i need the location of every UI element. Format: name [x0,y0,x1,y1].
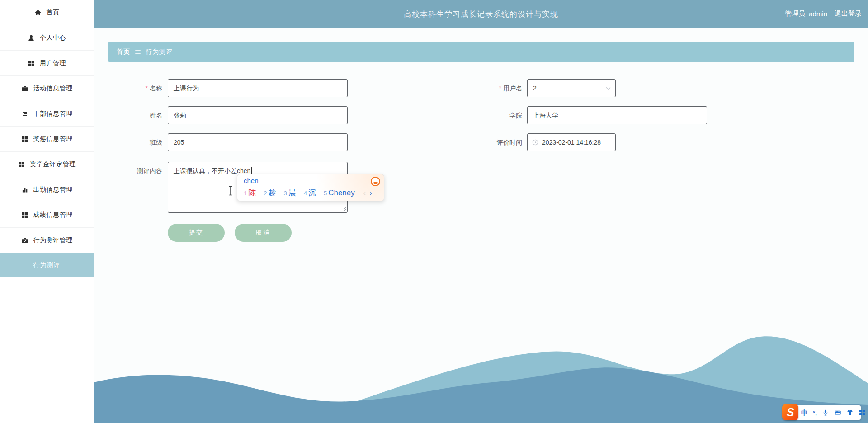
sidebar-item-label: 出勤信息管理 [33,186,73,194]
sidebar-item-label: 奖学金评定管理 [30,160,76,169]
text-caret [251,167,252,174]
next-page-arrow[interactable]: › [370,189,372,197]
sidebar-item-profile[interactable]: 个人中心 [0,25,94,51]
sidebar-item-attendance[interactable]: 出勤信息管理 [0,177,94,202]
eval-time-input[interactable]: 2023-02-01 14:16:28 [527,133,616,151]
sidebar-item-behavior-mgmt[interactable]: 行为测评管理 [0,228,94,253]
required-mark: * [146,85,148,92]
sidebar-item-label: 活动信息管理 [33,85,73,93]
college-label: 学院 [427,106,522,124]
emoji-icon[interactable] [371,177,380,186]
content-label: 测评内容 [94,162,162,180]
list-icon [21,110,28,118]
ime-candidate[interactable]: 4沉 [304,188,316,198]
prev-page-arrow[interactable]: ‹ [363,189,366,197]
sogou-logo-icon[interactable]: S [782,404,798,420]
ime-candidate[interactable]: 2趁 [264,188,276,198]
user-role-label: 管理员 [785,9,805,18]
username-select[interactable]: 2 [527,79,616,97]
breadcrumb-separator-icon [135,50,141,54]
person-name-label: 姓名 [94,106,162,124]
person-name-input[interactable]: 张莉 [168,106,348,124]
username-label: admin [809,10,827,18]
content-text: 上课很认真，不开小差chen [174,167,250,174]
sidebar-active-label: 行为测评 [33,261,61,269]
breadcrumb-current: 行为测评 [146,48,173,56]
ime-candidate[interactable]: 3晨 [283,188,296,198]
sidebar-item-label: 首页 [47,9,60,17]
ime-candidate[interactable]: 5Cheney [324,188,355,197]
home-icon [34,9,42,16]
skin-shirt-icon[interactable] [846,409,854,416]
ime-candidate[interactable]: 1陈 [244,188,256,198]
ime-caret [259,178,259,184]
sidebar-item-label: 用户管理 [40,59,66,67]
grid-icon [18,161,25,168]
eval-time-label: 评价时间 [427,133,522,151]
ime-toolbar-icons: 中 °, [801,405,866,420]
microphone-icon[interactable] [822,409,829,416]
briefcase-check-icon [21,237,28,244]
header-bar: 高校本科生学习成长记录系统的设计与实现 管理员 admin 退出登录 [94,0,868,28]
required-mark: * [499,85,501,92]
cancel-button[interactable]: 取消 [235,224,292,242]
keyboard-icon[interactable] [834,409,841,416]
submit-button[interactable]: 提交 [168,224,225,242]
class-label: 班级 [94,133,162,151]
sidebar-item-scholarship[interactable]: 奖学金评定管理 [0,152,94,177]
ime-candidate-window: chen 1陈 2趁 3晨 4沉 5Cheney ‹ › [237,174,384,201]
grid-icon [21,212,28,219]
username-select-value: 2 [533,85,537,92]
sidebar-item-scores[interactable]: 成绩信息管理 [0,202,94,228]
ime-page-arrows: ‹ › [363,189,372,197]
sidebar-item-rewards[interactable]: 奖惩信息管理 [0,127,94,152]
resize-handle-icon[interactable] [342,207,346,212]
sidebar-item-label: 干部信息管理 [33,110,73,118]
page-title: 高校本科生学习成长记录系统的设计与实现 [404,9,558,19]
briefcase-icon [21,85,28,92]
main-content: 首页 行为测评 *名称 上课行为 *用户名 2 姓名 张莉 学院 上海大学 班级… [94,28,868,423]
more-tools-grid-icon[interactable] [859,409,866,416]
sidebar-item-cadre[interactable]: 干部信息管理 [0,101,94,127]
logout-link[interactable]: 退出登录 [835,9,862,18]
sidebar-item-behavior-eval-active[interactable]: 行为测评 [0,253,94,277]
sidebar-item-label: 奖惩信息管理 [33,135,73,143]
class-input[interactable]: 205 [168,133,348,151]
user-icon [28,34,35,42]
name-label: *名称 [94,79,162,97]
eval-time-value: 2023-02-01 14:16:28 [542,134,601,151]
bar-chart-icon [21,186,28,193]
sidebar-item-home[interactable]: 首页 [0,0,94,25]
punctuation-icon[interactable]: °, [813,409,817,416]
name-input[interactable]: 上课行为 [168,79,348,97]
chinese-mode-icon[interactable]: 中 [801,409,808,417]
breadcrumb: 首页 行为测评 [108,42,854,62]
sidebar-item-label: 行为测评管理 [33,236,73,244]
sidebar-item-users[interactable]: 用户管理 [0,51,94,76]
college-input[interactable]: 上海大学 [527,106,707,124]
header-user-area: 管理员 admin 退出登录 [785,0,862,28]
sidebar: 首页 个人中心 用户管理 活动信息管理 干部信息管理 奖惩信息管理 奖学金评定管… [0,0,94,423]
chevron-down-icon [606,87,611,90]
ime-toolbar: S 中 °, [786,405,861,420]
clock-icon [532,139,538,146]
grid-icon [21,136,28,143]
sidebar-item-label: 个人中心 [40,34,66,42]
grid-icon [28,60,35,67]
ime-candidate-list: 1陈 2趁 3晨 4沉 5Cheney ‹ › [244,188,372,198]
sidebar-item-label: 成绩信息管理 [33,211,73,219]
text-cursor-icon [228,186,233,196]
ime-composition: chen [244,177,259,184]
wave-decoration [94,315,868,423]
username-label: *用户名 [427,79,522,97]
sidebar-item-activity[interactable]: 活动信息管理 [0,76,94,101]
breadcrumb-home[interactable]: 首页 [117,48,130,56]
